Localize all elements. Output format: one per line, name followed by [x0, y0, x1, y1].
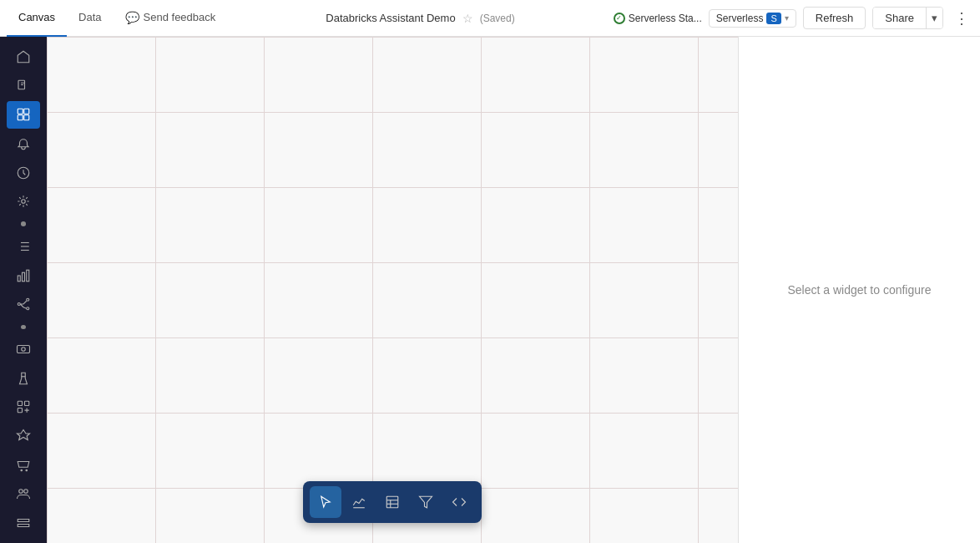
flask-icon: [16, 371, 31, 386]
sidebar-item-marketplace[interactable]: [7, 451, 40, 479]
share-chevron-button[interactable]: ▾: [927, 8, 942, 28]
sidebar-item-ai[interactable]: [7, 188, 40, 216]
dashboard-icon: [16, 107, 31, 122]
sidebar-divider-1: [21, 221, 26, 226]
share-chevron-icon: ▾: [932, 12, 937, 24]
canvas-area: Select a widget to configure: [47, 37, 980, 543]
svg-rect-22: [18, 402, 22, 406]
canvas-grid-wrapper[interactable]: [47, 37, 738, 543]
sidebar-item-home[interactable]: [7, 43, 40, 71]
svg-rect-24: [18, 409, 22, 413]
table-icon: [385, 495, 400, 510]
sidebar-item-compute[interactable]: [7, 336, 40, 363]
tool-pointer[interactable]: [310, 486, 341, 518]
svg-point-20: [22, 348, 26, 352]
line-chart-icon: [351, 495, 366, 510]
cluster-size: S: [766, 13, 780, 24]
svg-point-6: [22, 200, 26, 204]
tool-line-chart[interactable]: [343, 486, 375, 518]
sidebar-item-data[interactable]: [7, 510, 40, 537]
svg-point-17: [27, 299, 29, 302]
saved-badge: (Saved): [480, 13, 515, 24]
chart-icon: [16, 268, 31, 283]
tool-filter[interactable]: [410, 486, 442, 518]
svg-point-27: [19, 490, 23, 494]
sidebar-item-workflows[interactable]: [7, 291, 40, 318]
cluster-chevron-icon: ▾: [785, 13, 789, 23]
ai-icon: [16, 194, 31, 209]
share-button-group: Share ▾: [872, 7, 943, 29]
svg-rect-30: [386, 496, 398, 508]
svg-point-18: [27, 307, 29, 310]
feedback-icon: 💬: [125, 11, 139, 24]
sidebar-item-partners[interactable]: [7, 480, 40, 508]
partners-icon: [16, 486, 31, 501]
models-icon: [16, 399, 31, 414]
canvas-grid: [47, 37, 738, 543]
cluster-status-text: Serverless Sta...: [629, 13, 702, 24]
svg-rect-1: [18, 109, 23, 114]
features-icon: [16, 429, 31, 444]
pointer-icon: [318, 495, 333, 510]
clock-icon: [16, 165, 31, 180]
workflow-icon: [16, 297, 31, 312]
sidebar-item-features[interactable]: [7, 423, 40, 450]
cluster-type: Serverless: [716, 13, 764, 24]
sidebar-item-recents[interactable]: [7, 159, 40, 186]
refresh-button[interactable]: Refresh: [803, 7, 866, 29]
data-icon: [16, 515, 31, 530]
bell-icon: [16, 136, 31, 151]
right-panel: Select a widget to configure: [738, 37, 980, 543]
kebab-icon: ⋮: [954, 9, 969, 28]
tab-canvas[interactable]: Canvas: [7, 0, 67, 37]
filter-icon: [418, 495, 433, 510]
svg-rect-14: [23, 272, 25, 282]
tab-data[interactable]: Data: [67, 0, 113, 37]
svg-rect-13: [18, 276, 20, 282]
svg-rect-15: [27, 270, 29, 282]
files-icon: [16, 79, 31, 94]
tool-code[interactable]: [443, 486, 475, 518]
sidebar-item-queries[interactable]: [7, 233, 40, 261]
svg-point-25: [21, 469, 23, 471]
svg-rect-2: [24, 109, 29, 114]
svg-marker-34: [420, 496, 432, 508]
sidebar-divider-2: [21, 325, 26, 329]
cluster-status: Serverless Sta...: [614, 13, 702, 24]
sidebar-item-alerts[interactable]: [7, 130, 40, 158]
sidebar-item-models[interactable]: [7, 393, 40, 421]
compute-icon: [16, 342, 31, 357]
code-icon: [452, 495, 467, 510]
star-icon[interactable]: ☆: [462, 12, 473, 25]
svg-rect-4: [24, 115, 29, 120]
share-button[interactable]: Share: [873, 8, 927, 28]
sidebar: [0, 37, 47, 543]
list-icon: [16, 239, 31, 254]
svg-rect-23: [25, 402, 29, 406]
more-options-button[interactable]: ⋮: [950, 7, 973, 30]
main-layout: Select a widget to configure: [0, 37, 980, 543]
sidebar-item-files[interactable]: [7, 73, 40, 100]
sidebar-item-dashboard[interactable]: [7, 101, 40, 129]
svg-point-16: [18, 303, 20, 306]
cluster-select[interactable]: Serverless S ▾: [709, 9, 796, 28]
right-panel-text: Select a widget to configure: [788, 283, 932, 297]
tool-table[interactable]: [376, 486, 408, 518]
home-icon: [16, 49, 31, 64]
topbar-right: Serverless Sta... Serverless S ▾ Refresh…: [614, 7, 973, 30]
svg-rect-3: [18, 115, 23, 120]
tab-send-feedback[interactable]: 💬 Send feedback: [114, 0, 228, 37]
sidebar-item-charts[interactable]: [7, 261, 40, 289]
cluster-status-dot: [614, 13, 625, 24]
marketplace-icon: [16, 458, 31, 473]
widget-toolbar: [303, 481, 482, 523]
sidebar-item-experiments[interactable]: [7, 365, 40, 393]
svg-rect-19: [18, 346, 30, 353]
topbar-tabs: Canvas Data 💬 Send feedback: [7, 0, 227, 37]
dashboard-title: Databricks Assistant Demo: [326, 12, 455, 24]
svg-point-26: [26, 469, 28, 471]
svg-point-28: [24, 490, 28, 494]
topbar-center: Databricks Assistant Demo ☆ (Saved): [230, 12, 609, 25]
topbar: Canvas Data 💬 Send feedback Databricks A…: [0, 0, 980, 37]
